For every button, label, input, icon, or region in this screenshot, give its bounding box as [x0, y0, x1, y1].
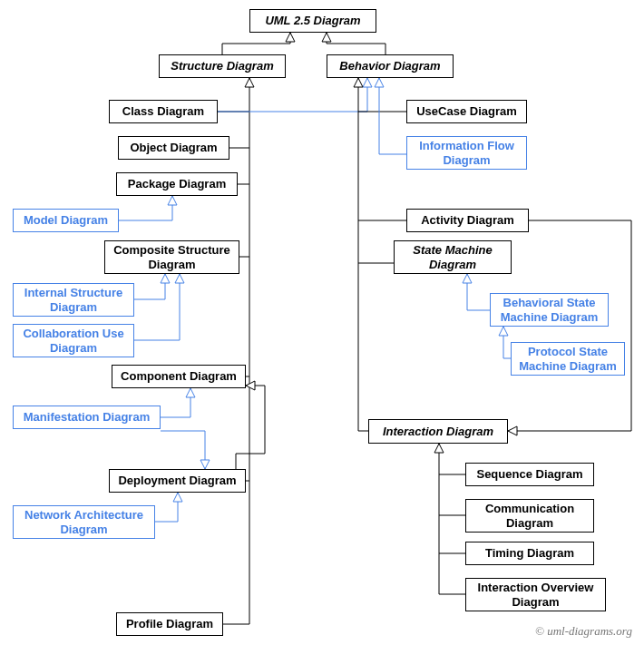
node-behavior-diagram: Behavior Diagram: [327, 54, 454, 78]
node-interaction-diagram: Interaction Diagram: [368, 419, 508, 444]
label: Internal Structure Diagram: [19, 286, 128, 314]
label: Composite Structure Diagram: [111, 243, 233, 271]
node-object-diagram: Object Diagram: [118, 136, 229, 160]
node-package-diagram: Package Diagram: [116, 172, 238, 196]
node-communication-diagram: Communication Diagram: [465, 499, 594, 533]
node-state-machine-diagram: State Machine Diagram: [394, 240, 512, 274]
label: © uml-diagrams.org: [535, 624, 632, 638]
label: Model Diagram: [24, 213, 108, 228]
node-manifestation-diagram: Manifestation Diagram: [13, 406, 161, 429]
label: Sequence Diagram: [476, 467, 582, 482]
node-profile-diagram: Profile Diagram: [116, 612, 223, 636]
node-information-flow-diagram: Information Flow Diagram: [406, 136, 527, 170]
label: Package Diagram: [128, 177, 226, 191]
label: Deployment Diagram: [118, 474, 236, 488]
node-deployment-diagram: Deployment Diagram: [109, 469, 246, 493]
node-timing-diagram: Timing Diagram: [465, 542, 594, 565]
label: UseCase Diagram: [416, 104, 517, 119]
label: Communication Diagram: [472, 502, 588, 530]
label: Network Architecture Diagram: [19, 508, 149, 536]
node-protocol-state-machine-diagram: Protocol State Machine Diagram: [511, 342, 625, 376]
label: Interaction Diagram: [383, 425, 493, 439]
label: State Machine Diagram: [400, 243, 505, 271]
node-collaboration-use-diagram: Collaboration Use Diagram: [13, 324, 134, 357]
label: Behavior Diagram: [339, 59, 440, 73]
node-uml-root: UML 2.5 Diagram: [249, 9, 376, 33]
label: Behavioral State Machine Diagram: [496, 296, 602, 324]
label: Information Flow Diagram: [413, 139, 521, 167]
label: Activity Diagram: [421, 213, 514, 228]
label: Class Diagram: [122, 104, 204, 119]
node-structure-diagram: Structure Diagram: [159, 54, 286, 78]
node-behavioral-state-machine-diagram: Behavioral State Machine Diagram: [490, 293, 609, 327]
node-usecase-diagram: UseCase Diagram: [406, 100, 527, 123]
node-component-diagram: Component Diagram: [112, 365, 246, 388]
node-internal-structure-diagram: Internal Structure Diagram: [13, 283, 134, 317]
node-interaction-overview-diagram: Interaction Overview Diagram: [465, 578, 606, 611]
label: Protocol State Machine Diagram: [517, 345, 619, 373]
node-sequence-diagram: Sequence Diagram: [465, 463, 594, 486]
label: Collaboration Use Diagram: [19, 327, 128, 355]
label: Interaction Overview Diagram: [472, 581, 600, 609]
label: Component Diagram: [121, 369, 237, 384]
credit-text: © uml-diagrams.org: [535, 624, 632, 639]
node-activity-diagram: Activity Diagram: [406, 209, 529, 232]
label: Manifestation Diagram: [24, 410, 150, 425]
label: UML 2.5 Diagram: [265, 14, 360, 28]
node-class-diagram: Class Diagram: [109, 100, 218, 123]
label: Object Diagram: [130, 141, 217, 155]
node-model-diagram: Model Diagram: [13, 209, 119, 232]
node-network-architecture-diagram: Network Architecture Diagram: [13, 505, 155, 539]
label: Timing Diagram: [485, 546, 574, 561]
label: Profile Diagram: [126, 617, 213, 631]
label: Structure Diagram: [171, 59, 273, 73]
node-composite-structure-diagram: Composite Structure Diagram: [104, 240, 239, 274]
